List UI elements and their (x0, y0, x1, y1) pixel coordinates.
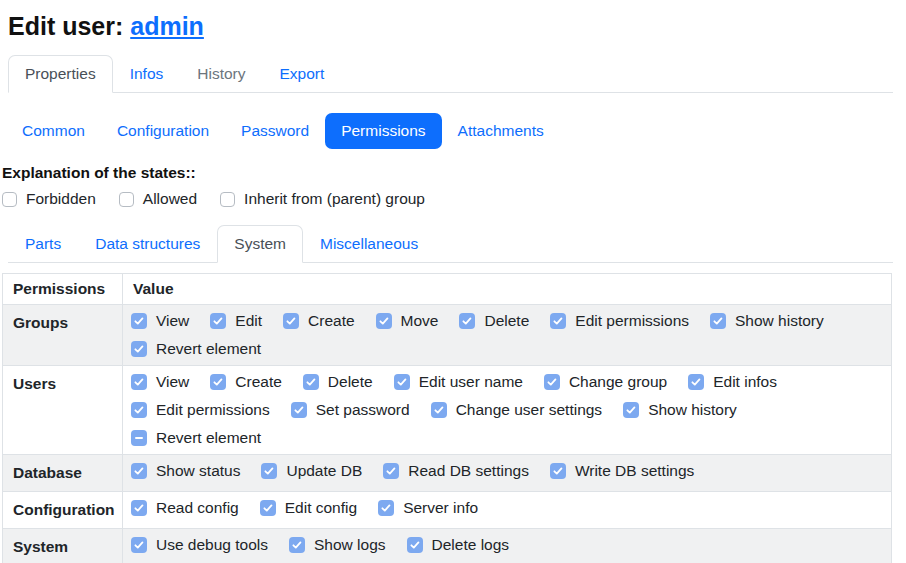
checkbox-item[interactable]: Change user settings (431, 401, 602, 419)
subtab-password[interactable]: Password (225, 113, 325, 149)
checkbox-icon[interactable] (550, 463, 566, 479)
checkbox-item[interactable]: Delete (459, 312, 529, 330)
subtab-attachments[interactable]: Attachments (442, 113, 560, 149)
tab-infos[interactable]: Infos (113, 55, 181, 93)
checkbox-label: Move (401, 312, 439, 330)
checkbox-label: Write DB settings (575, 462, 694, 480)
checkbox-item[interactable]: Show history (710, 312, 824, 330)
checkbox-label: Server info (403, 499, 478, 517)
checkbox-item[interactable]: Edit permissions (550, 312, 689, 330)
checkbox-icon[interactable] (291, 402, 307, 418)
checkbox-icon[interactable] (431, 402, 447, 418)
checkbox-icon[interactable] (2, 192, 17, 207)
users-permissions: View Create Delete Edit user name Change… (131, 373, 883, 447)
checkbox-icon[interactable] (131, 402, 147, 418)
states-explanation-heading: Explanation of the states:: (2, 164, 893, 182)
checkbox-item[interactable]: Create (210, 373, 282, 391)
subtab-permissions[interactable]: Permissions (325, 113, 441, 149)
checkbox-icon[interactable] (459, 313, 475, 329)
row-label-configuration: Configuration (3, 492, 123, 529)
checkbox-icon[interactable] (220, 192, 235, 207)
edit-user-page: Edit user: admin Properties Infos Histor… (0, 0, 906, 563)
checkbox-item[interactable]: Show logs (289, 536, 386, 554)
tab-miscellaneous[interactable]: Miscellaneous (303, 225, 435, 263)
checkbox-item[interactable]: Show history (623, 401, 737, 419)
table-row-database: Database Show status Update DB Read DB s… (3, 455, 892, 492)
checkbox-item[interactable]: Change group (544, 373, 667, 391)
col-header-value: Value (123, 274, 892, 305)
checkbox-item[interactable]: Revert element (131, 340, 261, 358)
checkbox-label: Inherit from (parent) group (244, 190, 425, 208)
checkbox-label: Create (235, 373, 282, 391)
checkbox-item[interactable]: Delete (303, 373, 373, 391)
checkbox-icon[interactable] (131, 374, 147, 390)
checkbox-item[interactable]: Edit config (260, 499, 357, 517)
checkbox-icon[interactable] (260, 500, 276, 516)
tab-data-structures[interactable]: Data structures (78, 225, 217, 263)
checkbox-label: Delete (484, 312, 529, 330)
subtab-common[interactable]: Common (6, 113, 101, 149)
checkbox-item[interactable]: Forbidden (2, 190, 96, 208)
checkbox-icon[interactable] (131, 463, 147, 479)
checkbox-icon[interactable] (210, 374, 226, 390)
checkbox-item[interactable]: Read config (131, 499, 239, 517)
configuration-permissions: Read config Edit config Server info (131, 499, 883, 517)
checkbox-label: Show history (735, 312, 824, 330)
checkbox-item[interactable]: Delete logs (407, 536, 510, 554)
checkbox-item[interactable]: Use debug tools (131, 536, 268, 554)
checkbox-icon[interactable] (550, 313, 566, 329)
checkbox-item[interactable]: Edit permissions (131, 401, 270, 419)
subtab-configuration[interactable]: Configuration (101, 113, 225, 149)
checkbox-label: Change group (569, 373, 667, 391)
checkbox-icon[interactable] (376, 313, 392, 329)
checkbox-icon[interactable] (131, 537, 147, 553)
tab-properties[interactable]: Properties (8, 55, 113, 93)
tab-parts[interactable]: Parts (8, 225, 78, 263)
checkbox-icon[interactable] (407, 537, 423, 553)
checkbox-item[interactable]: Write DB settings (550, 462, 694, 480)
checkbox-icon[interactable] (261, 463, 277, 479)
checkbox-icon[interactable] (544, 374, 560, 390)
checkbox-item[interactable]: Set password (291, 401, 410, 419)
checkbox-icon[interactable] (289, 537, 305, 553)
checkbox-item[interactable]: Show status (131, 462, 240, 480)
checkbox-icon[interactable] (283, 313, 299, 329)
checkbox-item[interactable]: Server info (378, 499, 478, 517)
checkbox-item[interactable]: Move (376, 312, 439, 330)
checkbox-item[interactable]: Read DB settings (383, 462, 529, 480)
checkbox-icon[interactable] (303, 374, 319, 390)
checkbox-icon[interactable] (131, 313, 147, 329)
checkbox-icon[interactable] (131, 430, 147, 446)
checkbox-icon[interactable] (394, 374, 410, 390)
checkbox-item[interactable]: Inherit from (parent) group (220, 190, 425, 208)
checkbox-icon[interactable] (119, 192, 134, 207)
checkbox-item[interactable]: Edit infos (688, 373, 777, 391)
checkbox-label: Edit (235, 312, 262, 330)
checkbox-icon[interactable] (131, 341, 147, 357)
checkbox-icon[interactable] (710, 313, 726, 329)
checkbox-icon[interactable] (378, 500, 394, 516)
checkbox-icon[interactable] (383, 463, 399, 479)
permissions-tab-bar: Parts Data structures System Miscellaneo… (8, 225, 893, 263)
checkbox-item[interactable]: Edit (210, 312, 262, 330)
checkbox-label: Edit permissions (156, 401, 270, 419)
checkbox-item[interactable]: Edit user name (394, 373, 523, 391)
checkbox-item[interactable]: View (131, 373, 189, 391)
checkbox-item[interactable]: Create (283, 312, 355, 330)
page-title-text: Edit user: (8, 12, 130, 40)
checkbox-icon[interactable] (623, 402, 639, 418)
checkbox-icon[interactable] (131, 500, 147, 516)
tab-export[interactable]: Export (263, 55, 342, 93)
checkbox-label: Read DB settings (408, 462, 529, 480)
checkbox-item[interactable]: View (131, 312, 189, 330)
checkbox-label: Revert element (156, 429, 261, 447)
checkbox-item[interactable]: Revert element (131, 429, 261, 447)
checkbox-item[interactable]: Update DB (261, 462, 362, 480)
row-label-system: System (3, 529, 123, 563)
checkbox-label: View (156, 312, 189, 330)
checkbox-icon[interactable] (688, 374, 704, 390)
tab-system[interactable]: System (217, 225, 303, 263)
checkbox-icon[interactable] (210, 313, 226, 329)
user-admin-link[interactable]: admin (130, 12, 204, 40)
checkbox-item[interactable]: Allowed (119, 190, 197, 208)
